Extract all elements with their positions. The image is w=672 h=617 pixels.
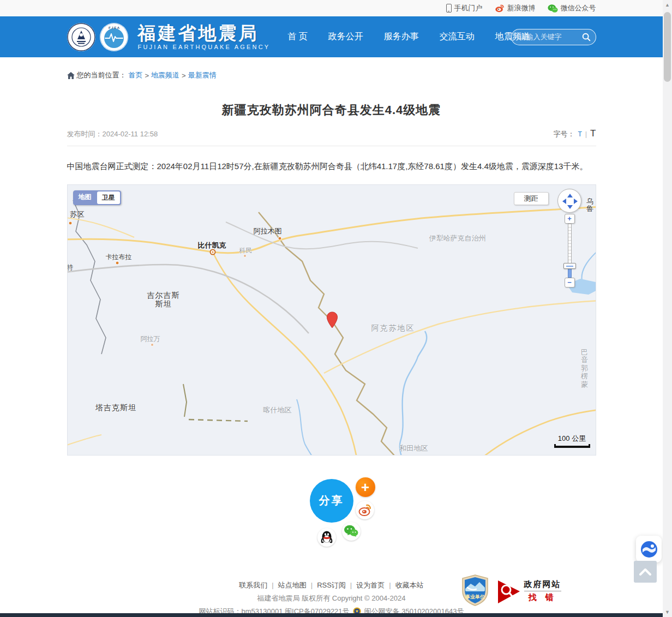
footer-sethome-link[interactable]: 设为首页 bbox=[356, 581, 385, 589]
svg-text:事业单位: 事业单位 bbox=[465, 594, 485, 600]
share-wechat-icon[interactable] bbox=[342, 522, 361, 541]
svg-text:F J E A: F J E A bbox=[108, 26, 119, 29]
fontsize-large-button[interactable]: T bbox=[590, 128, 596, 139]
breadcrumb-prefix: 您的当前位置： bbox=[77, 70, 127, 80]
home-icon bbox=[67, 72, 75, 79]
article-body: 中国地震台网正式测定：2024年02月11日12时57分,在新疆克孜勒苏州阿合奇… bbox=[67, 159, 596, 173]
breadcrumb-sep: > bbox=[145, 71, 149, 80]
measure-distance-button[interactable]: 测距 bbox=[514, 192, 549, 205]
fontsize-divider: | bbox=[585, 130, 587, 138]
map-type-control: 地图 卫星 bbox=[73, 190, 121, 205]
cea-logo bbox=[67, 23, 95, 51]
scrollbar-down-arrow[interactable]: ▼ bbox=[663, 609, 672, 615]
top-bar: 手机门户 新浪微博 微信公众号 bbox=[0, 0, 663, 16]
footer: 联系我们|站点地图|RSS订阅|设为首页|收藏本站 福建省地震局 版权所有 Co… bbox=[67, 548, 596, 617]
map-scale-bar bbox=[554, 444, 590, 448]
nav-services[interactable]: 服务办事 bbox=[384, 31, 419, 43]
breadcrumb-home[interactable]: 首页 bbox=[129, 70, 143, 80]
breadcrumb: 您的当前位置： 首页 > 地震频道 > 最新震情 bbox=[67, 57, 596, 80]
share-weibo-icon[interactable] bbox=[356, 501, 374, 519]
share-section: 分享 + bbox=[67, 456, 596, 548]
share-more-button[interactable]: + bbox=[356, 477, 375, 497]
share-button[interactable]: 分享 bbox=[310, 479, 353, 523]
map-type-map-button[interactable]: 地图 bbox=[74, 191, 97, 205]
footer-favorite-link[interactable]: 收藏本站 bbox=[395, 581, 424, 589]
fontsize-small-button[interactable]: T bbox=[578, 130, 581, 138]
wechat-icon bbox=[548, 4, 558, 13]
map-type-satellite-button[interactable]: 卫星 bbox=[97, 191, 120, 204]
article-title: 新疆克孜勒苏州阿合奇县发生4.4级地震 bbox=[67, 102, 596, 118]
scrollbar[interactable]: ▲ ▼ bbox=[663, 0, 672, 617]
chevron-up-icon bbox=[639, 568, 651, 576]
nav-interaction[interactable]: 交流互动 bbox=[440, 31, 475, 43]
site-brand: 福建省地震局 FUJIAN EARTHQUAKE AGENCY bbox=[138, 24, 271, 50]
fontsize-control: 字号： T | T bbox=[553, 128, 596, 139]
back-to-top-button[interactable] bbox=[634, 561, 657, 583]
scrollbar-up-arrow[interactable]: ▲ bbox=[663, 2, 672, 8]
footer-rss-link[interactable]: RSS订阅 bbox=[317, 581, 346, 589]
nav-home[interactable]: 首 页 bbox=[287, 31, 307, 43]
map-scale: 100 公里 bbox=[554, 434, 590, 448]
publish-time: 发布时间：2024-02-11 12:58 bbox=[67, 129, 158, 139]
find-error-magnifier-icon bbox=[497, 578, 522, 604]
zoom-slider-handle[interactable] bbox=[563, 263, 576, 269]
service-logo-icon bbox=[640, 541, 658, 558]
nav-gov-info[interactable]: 政务公开 bbox=[328, 31, 363, 43]
article-meta: 发布时间：2024-02-11 12:58 字号： T | T bbox=[67, 128, 596, 146]
main-nav: 首 页 政务公开 服务办事 交流互动 地震频道 bbox=[287, 31, 530, 43]
zoom-out-button[interactable]: − bbox=[565, 278, 575, 287]
find-error-line2: 找 错 bbox=[524, 591, 561, 603]
page: 手机门户 新浪微博 微信公众号 bbox=[0, 0, 663, 617]
site-title: 福建省地震局 bbox=[138, 24, 271, 43]
map-city-dot bbox=[68, 221, 72, 225]
earthquake-marker-icon[interactable] bbox=[326, 312, 338, 329]
wechat-label: 微信公众号 bbox=[561, 3, 596, 13]
weibo-icon bbox=[495, 3, 505, 13]
share-qq-icon[interactable] bbox=[317, 528, 336, 547]
map-city-dot bbox=[115, 261, 119, 265]
wechat-link[interactable]: 微信公众号 bbox=[548, 3, 596, 13]
search-input[interactable] bbox=[519, 33, 581, 41]
map-scale-label: 100 公里 bbox=[554, 434, 590, 444]
fontsize-label: 字号： bbox=[553, 129, 574, 139]
breadcrumb-channel[interactable]: 地震频道 bbox=[151, 70, 179, 80]
footer-badges: 事业单位 政府网站 找 错 bbox=[461, 574, 561, 608]
site-header: F J E A 福建省地震局 FUJIAN EARTHQUAKE AGENCY … bbox=[0, 16, 663, 57]
scrollbar-thumb[interactable] bbox=[664, 12, 671, 82]
bottom-bar bbox=[0, 613, 663, 617]
mobile-portal-link[interactable]: 手机门户 bbox=[446, 3, 483, 13]
phone-icon bbox=[446, 4, 452, 13]
map-city-dot bbox=[151, 343, 154, 346]
mobile-portal-label: 手机门户 bbox=[454, 3, 483, 13]
map-city-dot bbox=[211, 250, 214, 254]
search-box bbox=[511, 29, 596, 45]
weibo-link[interactable]: 新浪微博 bbox=[495, 3, 536, 13]
find-error-line1: 政府网站 bbox=[524, 579, 561, 591]
floating-service-widget[interactable] bbox=[636, 536, 662, 562]
weibo-label: 新浪微博 bbox=[507, 3, 536, 13]
zoom-slider-fill bbox=[568, 268, 572, 278]
breadcrumb-sep: > bbox=[182, 71, 186, 80]
fjea-logo: F J E A bbox=[100, 23, 128, 51]
breadcrumb-current[interactable]: 最新震情 bbox=[188, 70, 217, 80]
site-title-en: FUJIAN EARTHQUAKE AGENCY bbox=[138, 44, 271, 50]
gov-site-find-error-badge[interactable]: 政府网站 找 错 bbox=[497, 578, 561, 604]
map-city-dot bbox=[278, 236, 281, 240]
public-institution-badge[interactable]: 事业单位 bbox=[461, 574, 489, 608]
footer-contact-link[interactable]: 联系我们 bbox=[239, 581, 267, 589]
zoom-in-button[interactable]: + bbox=[565, 214, 575, 224]
search-icon[interactable] bbox=[581, 32, 591, 42]
earthquake-map[interactable]: 苏区阿拉木图比什凯克科民卡拉布拉特吉尔吉斯 斯坦阿拉万伊犁哈萨克自治州乌鲁阿克苏… bbox=[67, 184, 596, 456]
footer-sitemap-link[interactable]: 站点地图 bbox=[278, 581, 307, 589]
map-city-dot bbox=[243, 254, 247, 257]
map-pan-control[interactable] bbox=[557, 189, 581, 213]
